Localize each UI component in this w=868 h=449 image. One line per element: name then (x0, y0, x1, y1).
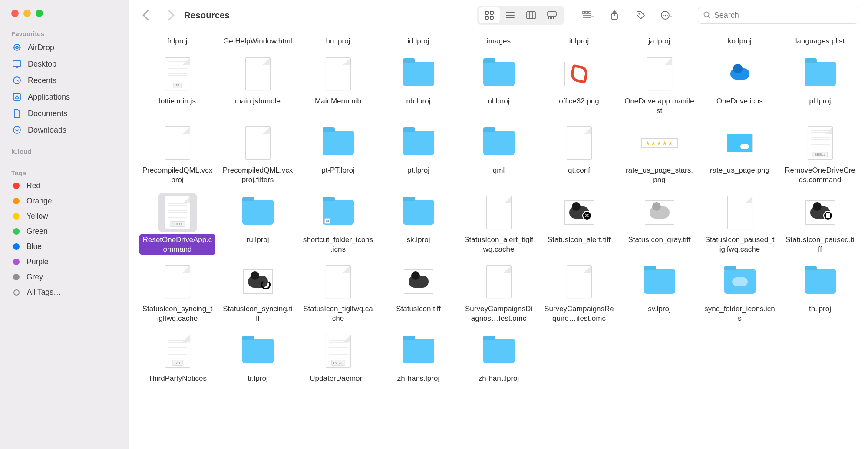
tag-dot-icon (13, 213, 20, 220)
file-item[interactable]: TXTThirdPartyNotices (137, 329, 218, 395)
sidebar-item-applications[interactable]: Applications (0, 89, 129, 105)
icon-view-button[interactable] (479, 7, 500, 23)
group-by-button[interactable]: ⌄ (578, 7, 599, 23)
tag-dot-icon (13, 274, 20, 280)
sidebar-item-documents[interactable]: Documents (0, 105, 129, 122)
svg-rect-25 (586, 11, 588, 13)
sidebar-tag-purple[interactable]: Purple (0, 254, 129, 269)
file-item[interactable]: sv.lproj (619, 260, 700, 327)
tags-header: Tags (0, 166, 129, 178)
file-item[interactable]: pl.lproj (780, 52, 860, 119)
sidebar-all-tags[interactable]: All Tags… (0, 285, 129, 300)
tag-dot-icon (13, 243, 20, 250)
sidebar-tag-green[interactable]: Green (0, 224, 129, 239)
file-item[interactable]: sync_folder_icons.icns (700, 260, 780, 327)
file-item[interactable]: ★★★★★rate_us_page_stars.png (619, 121, 700, 188)
file-item[interactable]: ja.lproj (619, 33, 700, 50)
file-item[interactable]: office32.png (539, 52, 619, 119)
sidebar-tag-orange[interactable]: Orange (0, 193, 129, 209)
downloads-icon (12, 125, 22, 135)
document-icon: JS (165, 57, 190, 90)
list-view-button[interactable] (500, 7, 521, 23)
file-item[interactable]: ✕StatusIcon_alert.tiff (539, 191, 619, 258)
back-button[interactable] (142, 10, 153, 20)
view-mode-group (477, 6, 564, 25)
file-item[interactable]: SHELLResetOneDriveApp.command (137, 191, 218, 258)
file-item[interactable]: rate_us_page.png (700, 121, 780, 188)
file-label: StatusIcon_alert_tiglfwq.cache (461, 234, 537, 255)
file-item[interactable]: SurveyCampaignsRequire…ifest.omc (539, 260, 619, 327)
column-view-button[interactable] (521, 7, 541, 23)
folder-icon (483, 62, 515, 86)
file-item[interactable]: ⇔shortcut_folder_icons.icns (298, 191, 378, 258)
close-window-button[interactable] (11, 10, 19, 17)
file-item[interactable]: GetHelpWindow.html (218, 33, 298, 50)
file-item[interactable]: tr.lproj (218, 329, 298, 395)
file-label: main.jsbundle (232, 96, 283, 115)
file-item[interactable]: MainMenu.nib (298, 52, 378, 119)
sidebar-tag-yellow[interactable]: Yellow (0, 209, 129, 224)
sidebar-item-label: Desktop (28, 60, 56, 69)
file-item[interactable]: it.lproj (539, 33, 619, 50)
file-item[interactable]: qml (459, 121, 539, 188)
forward-button[interactable] (163, 10, 174, 20)
file-item[interactable]: zh-hant.lproj (459, 329, 539, 395)
search-field[interactable] (698, 7, 858, 24)
file-item[interactable]: StatusIcon_tiglfwq.cache (298, 260, 378, 327)
file-item[interactable]: fr.lproj (137, 33, 218, 50)
file-item[interactable]: StatusIcon_paused.tiff (780, 191, 860, 258)
file-item[interactable]: pt.lproj (378, 121, 459, 188)
sidebar-item-airdrop[interactable]: AirDrop (0, 39, 129, 56)
file-item[interactable]: SurveyCampaignsDiagnos…fest.omc (459, 260, 539, 327)
file-item[interactable]: id.lproj (378, 33, 459, 50)
folder-icon (403, 62, 434, 86)
file-item[interactable]: ko.lproj (700, 33, 780, 50)
tags-button[interactable] (630, 7, 651, 23)
file-label: office32.png (556, 96, 601, 115)
minimize-window-button[interactable] (23, 10, 31, 17)
file-item[interactable]: OneDrive.icns (700, 52, 780, 119)
share-button[interactable] (604, 7, 625, 23)
file-item[interactable]: ru.lproj (218, 191, 298, 258)
more-actions-button[interactable]: ⌄ (656, 7, 677, 23)
file-item[interactable]: PrecompiledQML.vcxproj.filters (218, 121, 298, 188)
documents-icon (12, 109, 22, 118)
file-item[interactable]: StatusIcon_paused_tiglfwq.cache (700, 191, 780, 258)
sidebar-tag-grey[interactable]: Grey (0, 269, 129, 285)
file-item[interactable]: PrecompiledQML.vcxproj (137, 121, 218, 188)
search-input[interactable] (714, 11, 853, 20)
file-item[interactable]: nb.lproj (378, 52, 459, 119)
file-item[interactable]: JSlottie.min.js (137, 52, 218, 119)
sidebar-item-recents[interactable]: Recents (0, 72, 129, 89)
sidebar-item-desktop[interactable]: Desktop (0, 56, 129, 72)
folder-icon: ⇔ (323, 200, 354, 225)
file-item[interactable]: StatusIcon_syncing.tiff (218, 260, 298, 327)
file-item[interactable]: nl.lproj (459, 52, 539, 119)
folder-icon (724, 269, 756, 294)
file-item[interactable]: pt-PT.lproj (298, 121, 378, 188)
sidebar-tag-blue[interactable]: Blue (0, 239, 129, 254)
file-item[interactable]: qt.conf (539, 121, 619, 188)
file-item[interactable]: zh-hans.lproj (378, 329, 459, 395)
file-label: UpdaterDaemon- (307, 373, 369, 392)
file-item[interactable]: hu.lproj (298, 33, 378, 50)
file-item[interactable]: StatusIcon.tiff (378, 260, 459, 327)
file-item[interactable]: sk.lproj (378, 191, 459, 258)
document-icon (486, 196, 512, 229)
sidebar-tag-red[interactable]: Red (0, 178, 129, 193)
file-item[interactable]: SHELLRemoveOneDriveCreds.command (780, 121, 860, 188)
file-item[interactable]: languages.plist (780, 33, 860, 50)
gallery-view-button[interactable] (541, 7, 562, 23)
svg-rect-22 (550, 17, 552, 19)
file-item[interactable]: OneDrive.app.manifest (619, 52, 700, 119)
sidebar-item-downloads[interactable]: Downloads (0, 122, 129, 138)
file-item[interactable]: images (459, 33, 539, 50)
file-item[interactable]: StatusIcon_alert_tiglfwq.cache (459, 191, 539, 258)
file-item[interactable]: main.jsbundle (218, 52, 298, 119)
file-item[interactable]: StatusIcon_gray.tiff (619, 191, 700, 258)
sidebar-item-label: AirDrop (28, 43, 54, 52)
file-item[interactable]: PLISTUpdaterDaemon- (298, 329, 378, 395)
fullscreen-window-button[interactable] (36, 10, 43, 17)
file-item[interactable]: th.lproj (780, 260, 860, 327)
file-item[interactable]: StatusIcon_syncing_tiglfwq.cache (137, 260, 218, 327)
